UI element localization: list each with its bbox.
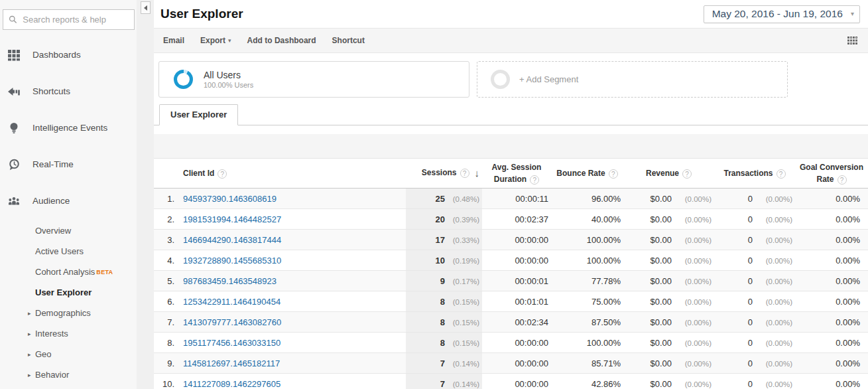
sidebar-item-user-explorer[interactable]: User Explorer xyxy=(35,282,137,303)
row-sessions-cell: 8(0.15%) xyxy=(406,333,482,353)
transactions-percent: (0.00%) xyxy=(753,319,792,327)
row-transactions-cell: 0(0.00%) xyxy=(714,230,795,250)
client-id-link[interactable]: 1981531994.1464482527 xyxy=(183,214,281,224)
row-bounce-rate: 77.78% xyxy=(551,271,623,291)
shortcut-button[interactable]: Shortcut xyxy=(332,36,365,45)
column-header-goal-conversion-rate[interactable]: Goal Conversion Rate? xyxy=(795,159,868,189)
column-header-revenue[interactable]: Revenue? xyxy=(623,159,714,189)
row-goal-conversion-rate: 0.00% xyxy=(795,189,868,209)
help-icon[interactable]: ? xyxy=(682,169,692,179)
column-label: Client Id xyxy=(183,169,214,178)
client-id-link[interactable]: 1466944290.1463817444 xyxy=(183,235,281,245)
column-header-transactions[interactable]: Transactions? xyxy=(714,159,795,189)
email-button[interactable]: Email xyxy=(163,36,184,45)
search-box[interactable] xyxy=(3,9,135,30)
sidebar-item-audience[interactable]: Audience xyxy=(0,183,137,219)
client-id-link[interactable]: 987683459.1463548923 xyxy=(183,276,277,286)
client-id-link[interactable]: 1951177456.1463033150 xyxy=(183,338,280,348)
transactions-value: 0 xyxy=(748,317,753,327)
revenue-percent: (0.00%) xyxy=(672,195,712,203)
sessions-percent: (0.14%) xyxy=(445,360,479,368)
help-icon[interactable]: ? xyxy=(837,175,847,185)
client-id-link[interactable]: 1932728890.1455685310 xyxy=(183,256,281,266)
sidebar-item-active-users[interactable]: Active Users xyxy=(35,241,137,262)
table-row: 4. 1932728890.1455685310 10(0.19%) 00:00… xyxy=(154,250,868,271)
sidebar-item-demographics[interactable]: ▸Demographics xyxy=(35,303,137,323)
date-range-selector[interactable]: May 20, 2016 - Jun 19, 2016 ▾ xyxy=(704,5,860,23)
sessions-percent: (0.14%) xyxy=(445,380,479,388)
segments-bar: All Users 100.00% Users + Add Segment xyxy=(154,61,868,98)
row-revenue-cell: $0.00(0.00%) xyxy=(623,374,714,389)
row-avg-session-duration: 00:02:34 xyxy=(482,312,551,333)
sidebar-item-geo[interactable]: ▸Geo xyxy=(35,344,137,364)
tab-user-explorer[interactable]: User Explorer xyxy=(159,104,238,125)
sidebar-item-shortcuts[interactable]: Shortcuts xyxy=(0,73,137,110)
expand-caret-icon: ▸ xyxy=(28,331,35,337)
sidebar-item-interests[interactable]: ▸Interests xyxy=(35,323,137,344)
export-button[interactable]: Export ▾ xyxy=(200,36,231,45)
add-segment-button[interactable]: + Add Segment xyxy=(477,61,788,98)
segment-all-users[interactable]: All Users 100.00% Users xyxy=(158,61,469,98)
sidebar-item-behavior[interactable]: ▸Behavior xyxy=(35,364,137,385)
sort-descending-icon[interactable]: ↓ xyxy=(475,167,480,179)
sidebar-collapse-button[interactable] xyxy=(141,1,151,14)
tab-bar: User Explorer xyxy=(154,104,868,125)
sub-item-label: Cohort Analysis xyxy=(35,267,95,277)
client-id-link[interactable]: 1413079777.1463082760 xyxy=(183,317,281,327)
revenue-percent: (0.00%) xyxy=(672,339,712,347)
client-id-link[interactable]: 1145812697.1465182117 xyxy=(183,358,280,368)
expand-caret-icon: ▸ xyxy=(28,351,35,358)
add-to-dashboard-label: Add to Dashboard xyxy=(247,36,316,45)
row-rank: 7. xyxy=(154,312,176,333)
table-row: 8. 1951177456.1463033150 8(0.15%) 00:00:… xyxy=(154,333,868,353)
sessions-value: 8 xyxy=(440,317,445,327)
help-icon[interactable]: ? xyxy=(530,175,539,185)
revenue-value: $0.00 xyxy=(650,256,672,266)
sessions-value: 8 xyxy=(440,297,445,307)
transactions-value: 0 xyxy=(748,276,753,286)
search-input[interactable] xyxy=(23,15,129,25)
main-panel: User Explorer May 20, 2016 - Jun 19, 201… xyxy=(154,0,868,389)
expand-caret-icon: ▸ xyxy=(28,372,35,378)
transactions-percent: (0.00%) xyxy=(753,257,792,265)
row-rank: 10. xyxy=(154,374,176,389)
row-bounce-rate: 100.00% xyxy=(551,230,623,250)
table-header-row: Client Id? Sessions?↓ Avg. Session Durat… xyxy=(154,159,868,189)
column-header-bounce-rate[interactable]: Bounce Rate? xyxy=(551,159,623,189)
sessions-value: 25 xyxy=(436,194,445,204)
help-icon[interactable]: ? xyxy=(609,169,618,179)
row-sessions-cell: 7(0.14%) xyxy=(406,374,482,389)
revenue-value: $0.00 xyxy=(650,358,672,368)
sessions-percent: (0.48%) xyxy=(445,195,479,203)
help-icon[interactable]: ? xyxy=(776,169,786,179)
sub-item-label: Behavior xyxy=(35,370,69,380)
row-bounce-rate: 100.00% xyxy=(551,250,623,271)
row-rank: 8. xyxy=(154,333,176,353)
email-button-label: Email xyxy=(163,36,184,45)
help-icon[interactable]: ? xyxy=(217,169,227,179)
client-id-link[interactable]: 945937390.1463608619 xyxy=(183,194,277,204)
row-goal-conversion-rate: 0.00% xyxy=(795,271,868,291)
revenue-percent: (0.00%) xyxy=(672,360,712,368)
row-avg-session-duration: 00:01:01 xyxy=(482,291,551,312)
table-row: 5. 987683459.1463548923 9(0.17%) 00:00:0… xyxy=(154,271,868,291)
client-id-link[interactable]: 1411227089.1462297605 xyxy=(183,379,280,389)
row-sessions-cell: 25(0.48%) xyxy=(406,189,482,209)
column-header-client-id[interactable]: Client Id? xyxy=(176,159,406,189)
sidebar-item-overview[interactable]: Overview xyxy=(35,220,137,241)
client-id-link[interactable]: 1253422911.1464190454 xyxy=(183,297,280,307)
keyboard-grid-icon[interactable] xyxy=(847,37,859,45)
column-header-avg-session-duration[interactable]: Avg. Session Duration? xyxy=(482,159,551,189)
sidebar-item-cohort-analysis[interactable]: Cohort AnalysisBETA xyxy=(35,262,137,282)
column-header-sessions[interactable]: Sessions?↓ xyxy=(406,159,482,189)
row-transactions-cell: 0(0.00%) xyxy=(714,209,795,230)
help-icon[interactable]: ? xyxy=(460,169,469,178)
table-row: 6. 1253422911.1464190454 8(0.15%) 00:01:… xyxy=(154,291,868,312)
revenue-value: $0.00 xyxy=(650,235,672,245)
sidebar-item-real-time[interactable]: Real-Time xyxy=(0,146,137,183)
sidebar-item-dashboards[interactable]: Dashboards xyxy=(0,37,137,73)
sidebar-item-intelligence-events[interactable]: Intelligence Events xyxy=(0,110,137,146)
add-to-dashboard-button[interactable]: Add to Dashboard xyxy=(247,36,316,45)
sessions-percent: (0.15%) xyxy=(445,298,479,306)
revenue-percent: (0.00%) xyxy=(672,298,712,306)
